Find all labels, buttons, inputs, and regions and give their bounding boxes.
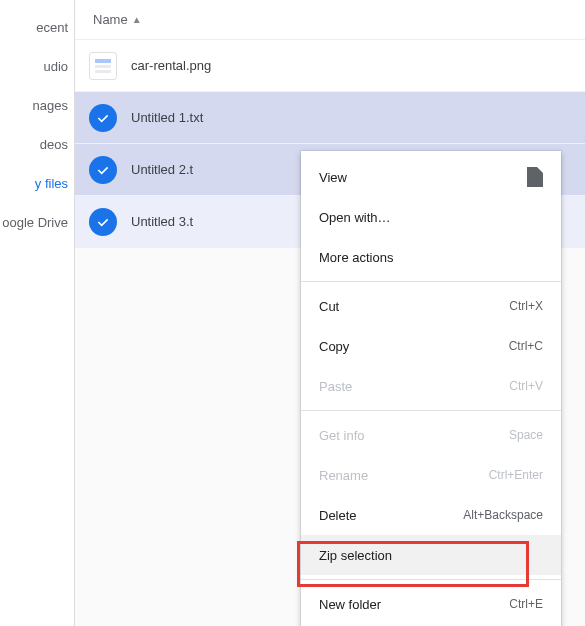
sidebar-item-my-files[interactable]: y files	[0, 164, 74, 203]
menu-item-delete[interactable]: Delete Alt+Backspace	[301, 495, 561, 535]
context-menu: View Open with… More actions Cut Ctrl+X …	[301, 151, 561, 626]
menu-label: Get info	[319, 428, 365, 443]
menu-item-new-folder[interactable]: New folder Ctrl+E	[301, 584, 561, 624]
menu-label: New folder	[319, 597, 381, 612]
selected-check-icon	[89, 156, 117, 184]
menu-label: Paste	[319, 379, 352, 394]
menu-item-cut[interactable]: Cut Ctrl+X	[301, 286, 561, 326]
file-row[interactable]: Untitled 1.txt	[75, 92, 585, 144]
menu-label: Zip selection	[319, 548, 392, 563]
sidebar-item-audio[interactable]: udio	[0, 47, 74, 86]
menu-separator	[301, 579, 561, 580]
menu-label: Delete	[319, 508, 357, 523]
menu-item-paste: Paste Ctrl+V	[301, 366, 561, 406]
menu-label: Rename	[319, 468, 368, 483]
menu-label: More actions	[319, 250, 393, 265]
sidebar-item-label: nages	[33, 98, 68, 113]
menu-item-copy[interactable]: Copy Ctrl+C	[301, 326, 561, 366]
menu-shortcut: Ctrl+Enter	[489, 468, 543, 482]
file-name: Untitled 1.txt	[131, 110, 203, 125]
menu-separator	[301, 410, 561, 411]
menu-item-open-with[interactable]: Open with…	[301, 197, 561, 237]
selected-check-icon	[89, 104, 117, 132]
file-row[interactable]: car-rental.png	[75, 40, 585, 92]
menu-item-more-actions[interactable]: More actions	[301, 237, 561, 277]
menu-label: Cut	[319, 299, 339, 314]
sidebar-item-label: oogle Drive	[2, 215, 68, 230]
menu-separator	[301, 281, 561, 282]
menu-shortcut: Ctrl+C	[509, 339, 543, 353]
sidebar-item-videos[interactable]: deos	[0, 125, 74, 164]
sidebar-item-label: udio	[43, 59, 68, 74]
sidebar-item-google-drive[interactable]: oogle Drive	[0, 203, 74, 242]
menu-label: View	[319, 170, 347, 185]
sidebar-item-label: ecent	[36, 20, 68, 35]
sidebar-item-images[interactable]: nages	[0, 86, 74, 125]
menu-label: Copy	[319, 339, 349, 354]
menu-shortcut: Space	[509, 428, 543, 442]
selected-check-icon	[89, 208, 117, 236]
menu-item-zip-selection[interactable]: Zip selection	[301, 535, 561, 575]
file-icon	[527, 167, 543, 187]
menu-item-rename: Rename Ctrl+Enter	[301, 455, 561, 495]
sidebar-item-label: y files	[35, 176, 68, 191]
image-thumbnail-icon	[89, 52, 117, 80]
menu-label: Open with…	[319, 210, 391, 225]
sidebar: ecent udio nages deos y files oogle Driv…	[0, 0, 75, 626]
column-header-label: Name	[93, 12, 128, 27]
menu-shortcut: Alt+Backspace	[463, 508, 543, 522]
menu-item-get-info: Get info Space	[301, 415, 561, 455]
menu-shortcut: Ctrl+X	[509, 299, 543, 313]
file-name: Untitled 2.t	[131, 162, 193, 177]
sort-asc-icon: ▲	[132, 14, 142, 25]
file-name: Untitled 3.t	[131, 214, 193, 229]
sidebar-item-recent[interactable]: ecent	[0, 8, 74, 47]
column-header-name[interactable]: Name ▲	[75, 0, 585, 40]
menu-shortcut: Ctrl+V	[509, 379, 543, 393]
menu-shortcut: Ctrl+E	[509, 597, 543, 611]
file-name: car-rental.png	[131, 58, 211, 73]
sidebar-item-label: deos	[40, 137, 68, 152]
menu-item-view[interactable]: View	[301, 157, 561, 197]
